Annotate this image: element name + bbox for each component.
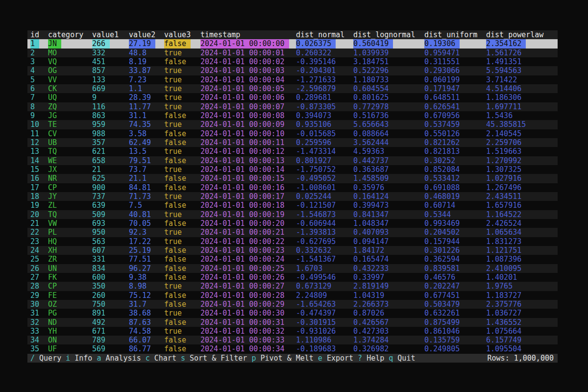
cell-dist_uniform: 0.301226 [424, 246, 486, 255]
table-row[interactable]: 30OZ75031.7false2024-01-01 00:00:29-1.65… [27, 300, 558, 309]
cell-value3: false [164, 246, 200, 255]
table-row[interactable]: 22PL95092.3true2024-01-01 00:00:21-1.393… [27, 228, 558, 237]
statusbar-shortcut-export[interactable]: e Export [318, 354, 353, 363]
cell-value2: 74.58 [129, 327, 164, 336]
statusbar-shortcut-quit[interactable]: q Quit [389, 354, 415, 363]
statusbar-shortcut-analysis[interactable]: a Analysis [97, 354, 141, 363]
table-row[interactable]: 7UQ928.39true2024-01-01 00:00:060.289681… [27, 93, 558, 102]
cell-timestamp: 2024-01-01 00:00:03 [200, 66, 296, 75]
cell-value3: false [164, 156, 200, 165]
table-row[interactable]: 18JY73771.73true2024-01-01 00:00:170.025… [27, 192, 558, 201]
cell-value3: false [164, 300, 200, 309]
cell-id: 27 [30, 273, 48, 282]
table-row[interactable]: 15JX2173.7true2024-01-01 00:00:14-1.7507… [27, 165, 558, 174]
cell-category: WE [48, 156, 92, 165]
cell-category: PG [48, 309, 92, 318]
cell-id: 25 [30, 255, 48, 264]
table-row[interactable]: 12UB35762.49false2024-01-01 00:00:110.25… [27, 138, 558, 147]
table-row[interactable]: 13TQ62113.5true2024-01-01 00:00:12-1.473… [27, 147, 558, 156]
cell-id: 7 [30, 93, 48, 102]
table-row[interactable]: 20TQ50940.81true2024-01-01 00:00:19-1.54… [27, 210, 558, 219]
column-header-value1: value1 [92, 30, 129, 39]
cell-dist_lognormal: 0.426567 [353, 318, 424, 327]
table-row[interactable]: 26UN83496.27false2024-01-01 00:00:251.67… [27, 264, 558, 273]
table-row[interactable]: 32ND49287.63false2024-01-01 00:00:31-0.3… [27, 318, 558, 327]
statusbar-shortcut-help[interactable]: ? Help [358, 354, 384, 363]
cell-dist_powerlaw: 1.164522 [486, 210, 558, 219]
cell-dist_uniform: 0.19306 [424, 39, 486, 48]
table-row[interactable]: 10TE95974.35true2024-01-01 00:00:090.935… [27, 120, 558, 129]
statusbar-shortcut-info[interactable]: i Info [66, 354, 92, 363]
cell-dist_uniform: 0.204502 [424, 228, 486, 237]
cell-value2: 70.05 [129, 219, 164, 228]
statusbar-shortcut-chart[interactable]: c Chart [146, 354, 176, 363]
statusbar-shortcut-sort-filter[interactable]: s Sort & Filter [181, 354, 247, 363]
cell-timestamp: 2024-01-01 00:00:07 [200, 102, 296, 111]
cell-category: JX [48, 165, 92, 174]
cell-value1: 658 [92, 156, 129, 165]
cell-timestamp: 2024-01-01 00:00:26 [200, 273, 296, 282]
table-row[interactable]: 27FK6009.38false2024-01-01 00:00:26-0.49… [27, 273, 558, 282]
cell-value3: false [164, 264, 200, 273]
table-row[interactable]: 31PG89138.68true2024-01-01 00:00:30-0.47… [27, 309, 558, 318]
cell-value1: 492 [92, 318, 129, 327]
cell-timestamp: 2024-01-01 00:00:09 [200, 120, 296, 129]
cell-category: OG [48, 66, 92, 75]
cell-dist_uniform: 0.691088 [424, 183, 486, 192]
cell-value3: false [164, 201, 200, 210]
cell-dist_powerlaw: 2.410095 [486, 264, 558, 273]
table-row[interactable]: 35UF56986.77false2024-01-01 00:00:34-0.1… [27, 344, 558, 353]
cell-dist_normal: -1.654263 [296, 300, 353, 309]
table-row[interactable]: 6CK6691.1true2024-01-01 00:00:05-2.59687… [27, 84, 558, 93]
cell-dist_normal: -2.596879 [296, 84, 353, 93]
cell-dist_uniform: 0.468019 [424, 192, 486, 201]
cell-value2: 75.12 [129, 291, 164, 300]
cell-value2: 28.39 [129, 93, 164, 102]
table-row[interactable]: 14WE65879.51false2024-01-01 00:00:130.80… [27, 156, 558, 165]
table-row[interactable]: 8ZQ11611.77true2024-01-01 00:00:07-0.873… [27, 102, 558, 111]
table-row[interactable]: 2MO33248.8true2024-01-01 00:00:010.26032… [27, 49, 558, 57]
table-row[interactable]: 19ZL6397.5false2024-01-01 00:00:18-0.121… [27, 201, 558, 210]
table-row[interactable]: 16NR62521.1false2024-01-01 00:00:15-0.49… [27, 174, 558, 183]
table-row[interactable]: 11CV9883.58false2024-01-01 00:00:10-0.01… [27, 129, 558, 138]
cell-value3: false [164, 291, 200, 300]
table-row[interactable]: 34ON78966.07false2024-01-01 00:00:331.11… [27, 336, 558, 344]
table-row[interactable]: 17CP90084.81false2024-01-01 00:00:16-1.0… [27, 183, 558, 192]
statusbar-shortcut-pivot-melt[interactable]: p Pivot & Melt [251, 354, 313, 363]
cell-dist_powerlaw: 1.075664 [486, 327, 558, 336]
statusbar-shortcut-query[interactable]: / Query [30, 354, 61, 363]
table-row[interactable]: 28CP3508.98true2024-01-01 00:00:270.6731… [27, 282, 558, 291]
cell-id: 15 [30, 165, 48, 174]
cell-value3: false [164, 129, 200, 138]
shortcut-label: Pivot & Melt [256, 354, 313, 363]
table-row[interactable]: 24XH60725.19false2024-01-01 00:00:230.33… [27, 246, 558, 255]
cell-value3: false [164, 174, 200, 183]
table-row-selected[interactable]: 1JN26627.19false2024-01-01 00:00:000.026… [27, 39, 558, 48]
table-row[interactable]: 23HQ56317.22true2024-01-01 00:00:22-0.62… [27, 237, 558, 246]
table-row[interactable]: 4OG85733.87true2024-01-01 00:00:03-0.204… [27, 66, 558, 75]
cell-value1: 693 [92, 219, 129, 228]
cell-timestamp: 2024-01-01 00:00:04 [200, 75, 296, 84]
table-row[interactable]: 33YH67174.58true2024-01-01 00:00:32-0.93… [27, 327, 558, 336]
cell-dist_normal: -0.189683 [296, 344, 353, 353]
cell-dist_uniform: 0.550126 [424, 129, 486, 138]
cell-value1: 671 [92, 327, 129, 336]
table-row[interactable]: 29FE26075.12false2024-01-01 00:00:282.24… [27, 291, 558, 300]
cell-id: 32 [30, 318, 48, 327]
table-row[interactable]: 5VV1337.23true2024-01-01 00:00:04-1.2716… [27, 75, 558, 84]
table-row[interactable]: 9JG86331.1false2024-01-01 00:00:080.3940… [27, 111, 558, 120]
cell-timestamp: 2024-01-01 00:00:24 [200, 255, 296, 264]
cell-dist_powerlaw: 1.027916 [486, 174, 558, 183]
cell-dist_lognormal: 2.819149 [353, 282, 424, 291]
cell-dist_lognormal: 0.442737 [353, 156, 424, 165]
table-row[interactable]: 3VQ4518.19false2024-01-01 00:00:02-0.395… [27, 57, 558, 66]
cell-dist_uniform: 0.171947 [424, 84, 486, 93]
table-row[interactable]: 21VW69370.05false2024-01-01 00:00:20-0.6… [27, 219, 558, 228]
cell-category: XH [48, 246, 92, 255]
cell-dist_lognormal: 0.432233 [353, 264, 424, 273]
cell-dist_powerlaw: 1.095504 [486, 344, 558, 353]
table-row[interactable]: 25ZR33177.51false2024-01-01 00:00:24-1.5… [27, 255, 558, 264]
cell-dist_powerlaw: 1.697711 [486, 102, 558, 111]
cell-id: 13 [30, 147, 48, 156]
status-bar: / Queryi Infoa Analysisc Charts Sort & F… [27, 354, 558, 363]
